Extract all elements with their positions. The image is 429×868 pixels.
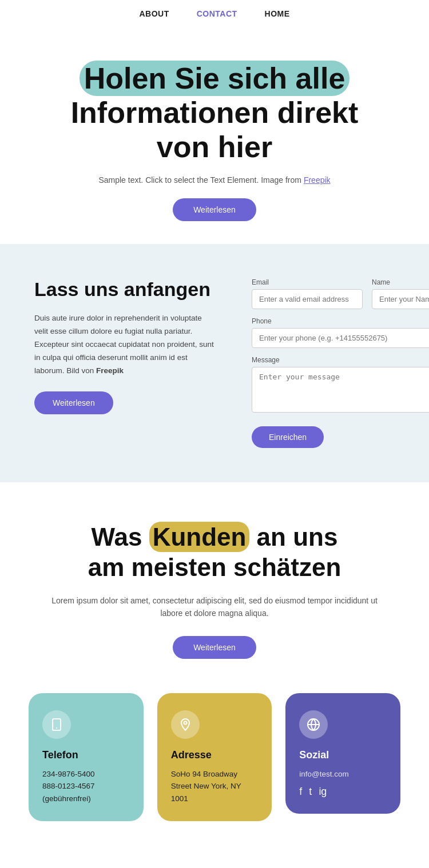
social-icons-row: f t ig xyxy=(299,786,387,798)
message-field-group: Message xyxy=(252,356,429,413)
hero-highlight: Holen Sie sich alle xyxy=(80,61,350,96)
adresse-text: SoHo 94 Broadway Street New York, NY 100… xyxy=(171,768,259,805)
contact-left: Lass uns anfangen Duis aute irure dolor … xyxy=(34,278,217,414)
appreciate-weiterlesen-button[interactable]: Weiterlesen xyxy=(173,636,256,659)
email-label: Email xyxy=(252,278,363,286)
name-field-group: Name xyxy=(372,278,429,309)
email-input[interactable] xyxy=(252,289,363,309)
twitter-icon[interactable]: t xyxy=(309,786,312,798)
instagram-icon[interactable]: ig xyxy=(319,786,327,798)
hero-subtext: Sample text. Click to select the Text El… xyxy=(46,175,383,185)
phone-field-group: Phone xyxy=(252,317,429,348)
phone-label: Phone xyxy=(252,317,429,325)
contact-form-container: Email Name Phone Message Einreichen xyxy=(252,278,429,448)
contact-heading: Lass uns anfangen xyxy=(34,278,217,301)
appreciate-paragraph: Lorem ipsum dolor sit amet, consectetur … xyxy=(46,594,383,620)
appreciate-section: Was Kunden an uns am meisten schätzen Lo… xyxy=(0,482,429,687)
message-input[interactable] xyxy=(252,367,429,413)
adresse-title: Adresse xyxy=(171,749,259,761)
sozial-title: Sozial xyxy=(299,749,387,761)
contact-weiterlesen-button[interactable]: Weiterlesen xyxy=(34,391,113,414)
form-row-email-name: Email Name xyxy=(252,278,429,309)
hero-section: Holen Sie sich alle Informationen direkt… xyxy=(0,27,429,244)
telefon-line1: 234-9876-5400 xyxy=(42,768,130,781)
contact-paragraph: Duis aute irure dolor in reprehenderit i… xyxy=(34,312,217,378)
card-telefon: Telefon 234-9876-5400 888-0123-4567 (geb… xyxy=(29,693,144,821)
nav-about[interactable]: ABOUT xyxy=(139,9,169,18)
location-icon xyxy=(178,718,192,731)
globe-icon xyxy=(307,718,320,731)
telefon-title: Telefon xyxy=(42,749,130,761)
hero-heading: Holen Sie sich alle Informationen direkt… xyxy=(71,62,359,164)
message-label: Message xyxy=(252,356,429,364)
contact-freepik-link: Freepik xyxy=(96,366,124,375)
sozial-email: info@test.com xyxy=(299,768,387,781)
phone-input[interactable] xyxy=(252,328,429,348)
nav-home[interactable]: HOME xyxy=(265,9,290,18)
submit-button[interactable]: Einreichen xyxy=(252,426,324,448)
name-input[interactable] xyxy=(372,289,429,309)
globe-icon-container xyxy=(299,710,328,739)
appreciate-heading: Was Kunden an uns am meisten schätzen xyxy=(46,522,383,583)
help-section: Wie können wir Ihnen jetzt helfen? Sampl… xyxy=(0,855,429,868)
svg-point-2 xyxy=(184,721,186,724)
phone-icon-container xyxy=(42,710,71,739)
hero-cta-button[interactable]: Weiterlesen xyxy=(173,198,256,221)
card-sozial: Sozial info@test.com f t ig xyxy=(285,693,400,814)
email-field-group: Email xyxy=(252,278,363,309)
name-label: Name xyxy=(372,278,429,286)
card-adresse: Adresse SoHo 94 Broadway Street New York… xyxy=(157,693,272,821)
navigation: ABOUT CONTACT HOME xyxy=(0,0,429,27)
cards-row: Telefon 234-9876-5400 888-0123-4567 (geb… xyxy=(0,687,429,855)
appreciate-highlight: Kunden xyxy=(149,522,250,552)
location-icon-container xyxy=(171,710,200,739)
facebook-icon[interactable]: f xyxy=(299,786,302,798)
hero-freepik-link[interactable]: Freepik xyxy=(304,175,331,185)
contact-section: Lass uns anfangen Duis aute irure dolor … xyxy=(0,244,429,482)
phone-icon xyxy=(50,718,63,731)
nav-contact[interactable]: CONTACT xyxy=(197,9,237,18)
telefon-line2: 888-0123-4567 (gebührenfrei) xyxy=(42,780,130,805)
